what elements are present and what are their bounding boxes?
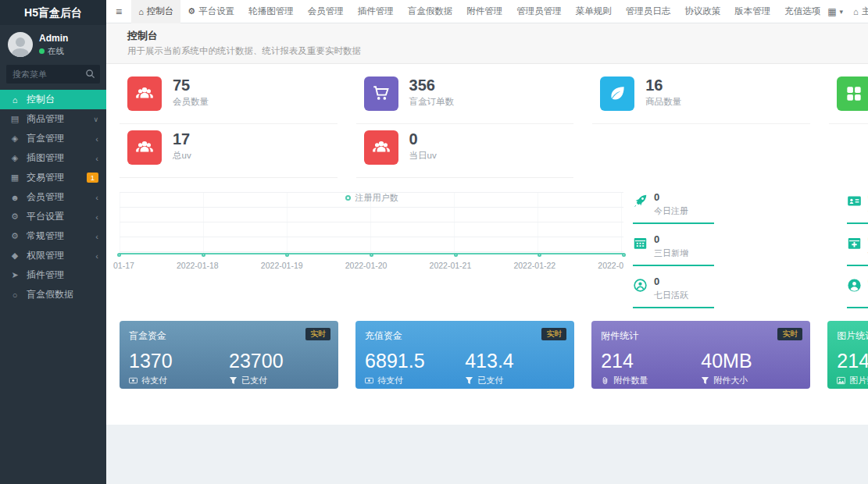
card-title: 附件统计: [601, 329, 801, 343]
tab-label: 管理员管理: [516, 5, 562, 17]
stat-value: 75: [173, 77, 209, 94]
mini-value: 0: [654, 192, 688, 203]
caret-down-icon: ▾: [840, 8, 844, 16]
chevron-left-icon: ‹: [95, 134, 98, 144]
stat-label: 商品数量: [645, 96, 681, 108]
tab-label: 平台设置: [198, 5, 234, 17]
tab-agreement[interactable]: 协议政策: [677, 0, 727, 23]
card-value: 40MB: [701, 350, 801, 372]
sidebar-item-general[interactable]: ⚙ 常规管理 ‹: [0, 226, 106, 246]
stat-value: 0: [409, 130, 437, 148]
mini-label: 三日新增: [654, 247, 688, 259]
stat-label: 总uv: [173, 150, 191, 162]
stat-value: 16: [645, 77, 681, 94]
card-sublabel: 附件大小: [713, 375, 748, 386]
chevron-left-icon: ‹: [95, 212, 98, 222]
tab-label: 充值选项: [784, 5, 820, 17]
sidebar-item-label: 盲盒假数据: [27, 288, 73, 301]
tab-admin[interactable]: 管理员管理: [509, 0, 569, 23]
search-icon[interactable]: [85, 69, 95, 79]
tab-label: 协议政策: [684, 5, 720, 17]
data-point: [202, 253, 205, 257]
mini-stat-today-login: 0今日登录: [847, 192, 868, 224]
funnel-icon: [701, 376, 709, 385]
tab-carousel[interactable]: 轮播图管理: [241, 0, 301, 23]
cart-icon: [364, 77, 398, 111]
sidebar-item-label: 权限管理: [27, 249, 64, 262]
data-point: [370, 253, 373, 257]
mini-value: 0: [654, 276, 688, 287]
data-point: [622, 253, 626, 257]
data-point: [538, 253, 541, 257]
card-value: 6891.5: [365, 350, 465, 372]
realtime-badge: 实时: [305, 328, 330, 340]
data-point: [285, 253, 289, 257]
tab-member[interactable]: 会员管理: [301, 0, 351, 23]
hamburger-icon[interactable]: ≡: [106, 5, 131, 18]
tab-attachment[interactable]: 附件管理: [459, 0, 509, 23]
card-blindbox-funds: 盲盒资金 实时 1370 待支付 23700 已支付: [120, 321, 338, 389]
tab-recharge-options[interactable]: 充值选项: [777, 0, 827, 23]
sidebar-item-label: 平台设置: [27, 210, 64, 223]
online-dot-icon: [39, 48, 45, 54]
legend-marker-icon: [345, 195, 351, 201]
sidebar-item-label: 商品管理: [27, 112, 64, 126]
chart-x-axis: 01-17 2022-01-18 2022-01-19 2022-01-20 2…: [120, 261, 623, 270]
card-sublabel: 待支付: [377, 375, 403, 386]
mini-stat-today-register: 0今日注册: [633, 192, 833, 224]
tab-plugin[interactable]: 插件管理: [351, 0, 401, 23]
trade-badge: 1: [87, 173, 98, 183]
x-tick: 2022-01-21: [430, 261, 472, 270]
tab-platform-settings[interactable]: ⚙平台设置: [180, 0, 241, 23]
tab-admin-log[interactable]: 管理员日志: [619, 0, 678, 23]
sidebar-item-label: 盲盒管理: [27, 132, 64, 145]
card-sublabel: 附件数量: [613, 375, 648, 386]
sidebar-menu: ⌂ 控制台 ▤ 商品管理 ∨ ◈ 盲盒管理 ‹ ◈ 插图管理 ‹ ▦ 交易管理 …: [0, 90, 106, 484]
home-icon: ⌂: [853, 7, 859, 16]
register-users-chart: 注册用户数 01-17 2022-01-18 2022-01-19 2022-0…: [120, 192, 623, 308]
tab-dashboard[interactable]: ⌂控制台: [131, 0, 180, 23]
sidebar-item-platform-settings[interactable]: ⚙ 平台设置 ‹: [0, 207, 106, 226]
sidebar-item-label: 会员管理: [27, 190, 64, 204]
sidebar-item-fakedata[interactable]: ○ 盲盒假数据: [0, 285, 106, 304]
stat-label: 会员数量: [173, 96, 209, 108]
sidebar-item-trade[interactable]: ▦ 交易管理 1: [0, 168, 106, 187]
legend-label: 注册用户数: [355, 192, 398, 204]
x-tick: 2022-01-20: [345, 261, 388, 270]
paperclip-icon: [601, 376, 609, 385]
user-box[interactable]: Admin 在线: [0, 25, 106, 63]
tab-label: 盲盒假数据: [408, 5, 453, 17]
tab-menu-rule[interactable]: 菜单规则: [569, 0, 619, 23]
sidebar-item-blindbox[interactable]: ◈ 盲盒管理 ‹: [0, 129, 106, 148]
leaf-icon: [600, 77, 634, 111]
card-sublabel: 待支付: [141, 375, 167, 386]
sidebar-item-auth[interactable]: ◆ 权限管理 ‹: [0, 246, 106, 265]
calendar-icon: [633, 236, 648, 251]
card-title: 盲盒资金: [129, 329, 329, 343]
card-sublabel: 已支付: [241, 375, 267, 386]
tab-blindbox-fakedata[interactable]: 盲盒假数据: [401, 0, 460, 23]
user-name: Admin: [39, 33, 68, 44]
chart-legend[interactable]: 注册用户数: [120, 192, 623, 204]
key-icon: ◆: [9, 251, 20, 261]
sidebar-item-illustration[interactable]: ◈ 插图管理 ‹: [0, 148, 106, 168]
card-recharge-funds: 充值资金 实时 6891.5 待支付 413.4 已支付: [355, 321, 574, 389]
home-button[interactable]: ⌂主页: [853, 5, 868, 17]
circle-icon: ○: [9, 290, 20, 300]
card-value: 214: [601, 350, 701, 372]
mini-value: 0: [654, 234, 688, 245]
tabs-menu-button[interactable]: ▦▾: [827, 6, 843, 17]
mini-stats: 0今日注册 0今日登录 0三日新增 0七日新增 0七日活跃: [633, 192, 868, 308]
sidebar-item-plugin[interactable]: ➤ 插件管理: [0, 265, 106, 285]
tab-version[interactable]: 版本管理: [727, 0, 777, 23]
sidebar-item-member[interactable]: ☻ 会员管理 ‹: [0, 187, 106, 207]
x-tick: 2022-01-18: [177, 261, 219, 270]
sidebar-item-dashboard[interactable]: ⌂ 控制台: [0, 90, 106, 109]
gear-icon: ⚙: [9, 231, 20, 241]
mini-stat-7day-active: 0七日活跃: [633, 276, 833, 308]
card-sublabel: 已支付: [477, 375, 503, 386]
sidebar-item-label: 常规管理: [27, 230, 64, 243]
tab-label: 版本管理: [734, 5, 770, 17]
sidebar-item-goods[interactable]: ▤ 商品管理 ∨: [0, 109, 106, 129]
stat-card-daily-uv: 0当日uv: [356, 130, 574, 178]
